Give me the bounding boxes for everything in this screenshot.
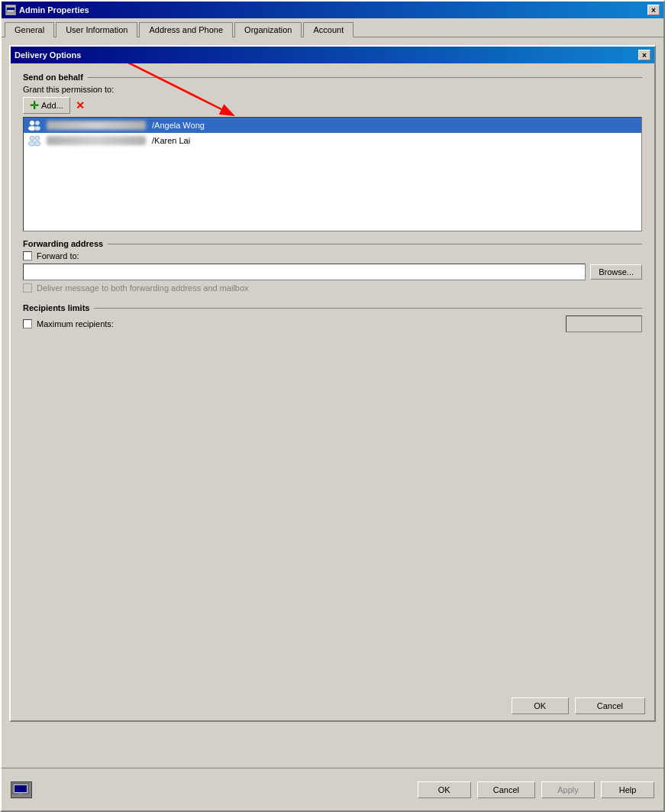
- tab-user-information[interactable]: User Information: [56, 22, 137, 37]
- svg-point-6: [35, 121, 40, 125]
- forward-to-checkbox[interactable]: [23, 251, 32, 260]
- deliver-both-label: Deliver message to both forwarding addre…: [37, 283, 249, 293]
- svg-rect-15: [15, 795, 26, 797]
- window-title: Admin Properties: [19, 5, 89, 15]
- permission-listbox[interactable]: /Angela Wong: [23, 117, 642, 231]
- forward-to-input[interactable]: [23, 264, 586, 280]
- main-content: Delivery Options × Send on behalf Grant …: [2, 37, 663, 768]
- max-recipients-label: Maximum recipients:: [37, 319, 114, 328]
- tab-general[interactable]: General: [5, 22, 54, 37]
- permission-toolbar: ✛ Add... ✕: [23, 97, 642, 114]
- computer-icon: [11, 781, 32, 798]
- delivery-options-close-button[interactable]: ×: [638, 50, 650, 60]
- tab-organization[interactable]: Organization: [234, 22, 302, 37]
- max-recipients-row: Maximum recipients:: [23, 315, 642, 332]
- dialog-ok-button[interactable]: OK: [512, 697, 569, 714]
- delivery-options-dialog: Delivery Options × Send on behalf Grant …: [9, 45, 656, 722]
- grant-permission-label: Grant this permission to:: [23, 85, 642, 94]
- ok-button[interactable]: OK: [418, 781, 471, 798]
- user-icon-2: [27, 134, 42, 147]
- list-item[interactable]: /Angela Wong: [24, 118, 641, 133]
- bottom-left-area: [11, 781, 32, 798]
- tab-account[interactable]: Account: [303, 22, 353, 37]
- title-bar: Admin Properties ×: [2, 2, 663, 18]
- svg-point-11: [34, 141, 40, 146]
- window-icon: [5, 5, 16, 15]
- user-name-1: /Angela Wong: [152, 121, 205, 130]
- add-button-label: Add...: [41, 101, 63, 110]
- svg-point-7: [34, 126, 40, 131]
- add-icon: ✛: [30, 99, 39, 112]
- send-on-behalf-label: Send on behalf: [23, 73, 642, 82]
- tab-address-and-phone[interactable]: Address and Phone: [139, 22, 233, 37]
- svg-point-8: [30, 136, 34, 141]
- forward-to-input-row: Browse...: [23, 264, 642, 280]
- forward-to-row: Forward to:: [23, 251, 642, 260]
- delivery-options-title: Delivery Options: [15, 50, 81, 60]
- dialog-buttons: OK Cancel: [11, 691, 654, 720]
- dialog-cancel-button[interactable]: Cancel: [575, 697, 645, 714]
- send-on-behalf-section: Send on behalf Grant this permission to:…: [23, 73, 642, 231]
- recipients-section: Recipients limits Maximum recipients:: [23, 303, 642, 332]
- browse-button[interactable]: Browse...: [590, 264, 642, 280]
- svg-rect-1: [7, 8, 15, 10]
- tab-bar: General User Information Address and Pho…: [2, 18, 663, 37]
- remove-button[interactable]: ✕: [73, 99, 87, 112]
- svg-point-10: [35, 136, 40, 141]
- window-close-button[interactable]: ×: [647, 5, 660, 15]
- blurred-name-2: [47, 136, 146, 145]
- outer-bottom-bar: OK Cancel Apply Help: [2, 768, 663, 810]
- user-name-2: /Karen Lai: [152, 136, 190, 145]
- list-item[interactable]: /Karen Lai: [24, 133, 641, 148]
- svg-rect-14: [18, 794, 23, 795]
- deliver-both-checkbox[interactable]: [23, 283, 32, 293]
- svg-rect-13: [15, 785, 27, 792]
- user-icon-1: [27, 119, 42, 131]
- forwarding-section-label: Forwarding address: [23, 239, 642, 248]
- forwarding-section: Forwarding address Forward to: Browse...…: [23, 239, 642, 296]
- forward-to-label: Forward to:: [37, 251, 79, 260]
- add-button[interactable]: ✛ Add...: [23, 97, 70, 114]
- deliver-both-row: Deliver message to both forwarding addre…: [23, 283, 642, 293]
- max-recipients-input[interactable]: [566, 315, 642, 332]
- apply-button[interactable]: Apply: [541, 781, 595, 798]
- recipients-section-label: Recipients limits: [23, 303, 642, 312]
- delivery-options-body: Send on behalf Grant this permission to:…: [11, 63, 654, 691]
- outer-window: Admin Properties × General User Informat…: [0, 0, 665, 812]
- help-button[interactable]: Help: [601, 781, 654, 798]
- svg-point-4: [30, 121, 34, 125]
- cancel-button[interactable]: Cancel: [477, 781, 535, 798]
- delivery-options-title-bar: Delivery Options ×: [11, 47, 654, 63]
- max-recipients-checkbox[interactable]: [23, 319, 32, 328]
- blurred-name-1: [47, 121, 146, 130]
